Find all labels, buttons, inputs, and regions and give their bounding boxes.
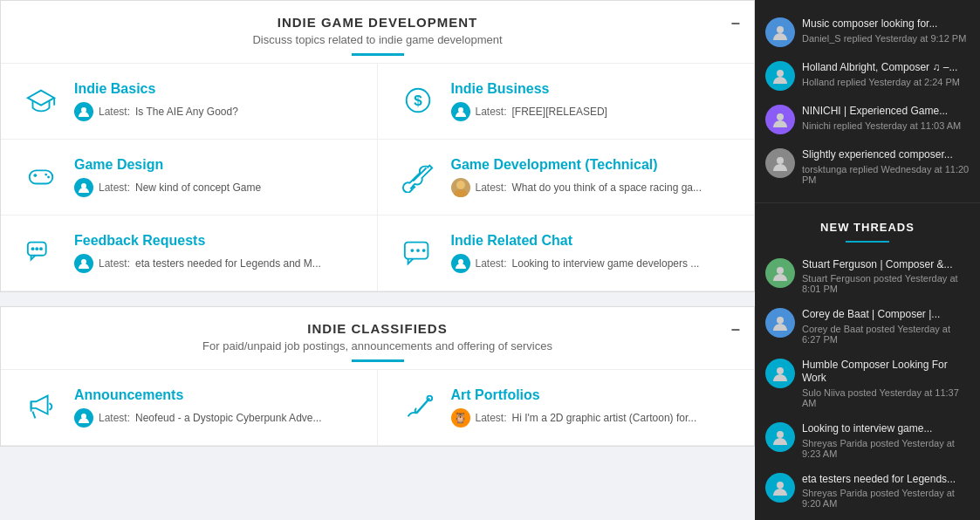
forum-item-indie-business[interactable]: $ Indie Business Latest: [FREE][RELEASED… bbox=[378, 64, 755, 140]
forum-name-game-development-technical: Game Development (Technical) bbox=[451, 157, 734, 173]
section-title-underline bbox=[352, 53, 404, 56]
new-thread-avatar bbox=[765, 422, 795, 452]
svg-point-30 bbox=[777, 317, 784, 324]
recent-activity-item[interactable]: Music composer looking for... Daniel_S r… bbox=[755, 10, 980, 54]
forum-grid-indie-classifieds: Announcements Latest: Neofeud - a Dystop… bbox=[1, 370, 754, 446]
collapse-indie-classifieds[interactable]: − bbox=[730, 321, 740, 339]
collapse-indie-game-development[interactable]: − bbox=[730, 15, 740, 33]
new-threads-underline bbox=[846, 241, 889, 243]
latest-link-game-design[interactable]: New kind of concept Game bbox=[135, 181, 261, 194]
dollar-sign-icon: $ bbox=[399, 81, 437, 120]
forum-latest-game-development-technical: Latest: What do you think of a space rac… bbox=[451, 178, 734, 197]
forum-latest-art-portfolios: 🦉 Latest: Hi I'm a 2D graphic artist (Ca… bbox=[451, 408, 734, 428]
forum-item-indie-basics[interactable]: Indie Basics Latest: Is The AIE Any Good… bbox=[1, 64, 378, 140]
forum-latest-feedback-requests: Latest: eta testers needed for Legends a… bbox=[74, 254, 356, 273]
section-header-indie-classifieds: INDIE CLASSIFIEDS For paid/unpaid job po… bbox=[1, 307, 754, 370]
recent-item-avatar bbox=[765, 105, 795, 134]
latest-link-indie-business[interactable]: [FREE][RELEASED] bbox=[512, 106, 607, 118]
forum-item-indie-related-chat[interactable]: Indie Related Chat Latest: Looking to in… bbox=[378, 216, 755, 291]
avatar-game-development-technical bbox=[451, 178, 470, 197]
new-thread-item[interactable]: eta testers needed for Legends... Shreya… bbox=[755, 466, 980, 517]
forum-name-indie-basics: Indie Basics bbox=[74, 81, 356, 97]
new-thread-text: Stuart Ferguson | Composer &... Stuart F… bbox=[802, 258, 970, 295]
forum-name-art-portfolios: Art Portfolios bbox=[451, 387, 734, 403]
avatar-indie-business bbox=[451, 102, 470, 121]
forum-item-announcements[interactable]: Announcements Latest: Neofeud - a Dystop… bbox=[1, 370, 378, 446]
new-thread-meta: Shreyas Parida posted Yesterday at 9:20 … bbox=[802, 488, 970, 509]
svg-point-31 bbox=[777, 367, 784, 374]
avatar-game-design bbox=[74, 178, 93, 197]
svg-point-28 bbox=[777, 157, 784, 164]
svg-point-25 bbox=[777, 26, 784, 33]
latest-link-game-development-technical[interactable]: What do you think of a space racing ga..… bbox=[512, 181, 702, 194]
svg-point-14 bbox=[35, 247, 38, 250]
recent-activity-item[interactable]: NINICHI | Experienced Game... Ninichi re… bbox=[755, 98, 980, 141]
latest-label-game-design: Latest: bbox=[99, 181, 130, 194]
forum-item-feedback-requests[interactable]: Feedback Requests Latest: eta testers ne… bbox=[1, 216, 378, 291]
section-title-indie-classifieds: INDIE CLASSIFIEDS bbox=[18, 321, 737, 336]
forum-latest-indie-business: Latest: [FREE][RELEASED] bbox=[451, 102, 734, 121]
forum-item-art-portfolios[interactable]: Art Portfolios 🦉 Latest: Hi I'm a 2D gra… bbox=[378, 370, 755, 446]
forum-item-game-development-technical[interactable]: Game Development (Technical) Latest: Wha… bbox=[378, 140, 755, 216]
svg-point-13 bbox=[31, 247, 35, 250]
new-thread-item[interactable]: Looking to interview game... Shreyas Par… bbox=[755, 415, 980, 466]
latest-link-indie-basics[interactable]: Is The AIE Any Good? bbox=[135, 106, 238, 118]
forum-latest-announcements: Latest: Neofeud - a Dystopic Cyberpunk A… bbox=[74, 408, 356, 428]
svg-point-8 bbox=[45, 174, 47, 176]
forum-info-indie-related-chat: Indie Related Chat Latest: Looking to in… bbox=[451, 233, 734, 273]
recent-item-text: NINICHI | Experienced Game... Ninichi re… bbox=[802, 105, 970, 131]
section-subtitle-indie-classifieds: For paid/unpaid job postings, announceme… bbox=[18, 339, 737, 352]
recent-activity-item[interactable]: Holland Albright, Composer ♫ –... Hollan… bbox=[755, 54, 980, 98]
avatar-indie-related-chat bbox=[451, 254, 470, 273]
megaphone-icon bbox=[22, 387, 60, 426]
new-threads-list: Stuart Ferguson | Composer &... Stuart F… bbox=[755, 251, 980, 517]
recent-activity-item[interactable]: Slightly experienced composer... torsktu… bbox=[755, 141, 980, 192]
new-thread-avatar bbox=[765, 359, 795, 388]
forum-info-indie-business: Indie Business Latest: [FREE][RELEASED] bbox=[451, 81, 734, 121]
recent-item-avatar bbox=[765, 17, 795, 47]
latest-link-feedback-requests[interactable]: eta testers needed for Legends and M... bbox=[135, 257, 321, 270]
new-thread-title: Looking to interview game... bbox=[802, 422, 970, 436]
forum-info-art-portfolios: Art Portfolios 🦉 Latest: Hi I'm a 2D gra… bbox=[451, 387, 734, 428]
forum-name-announcements: Announcements bbox=[74, 387, 356, 403]
recent-activity-list: Music composer looking for... Daniel_S r… bbox=[755, 10, 980, 192]
new-thread-item[interactable]: Humble Composer Looking For Work Sulo Ni… bbox=[755, 352, 980, 415]
recent-item-meta: Daniel_S replied Yesterday at 9:12 PM bbox=[802, 33, 970, 44]
recent-item-meta: Holland replied Yesterday at 2:24 PM bbox=[802, 77, 970, 87]
recent-item-meta: torsktunga replied Wednesday at 11:20 PM bbox=[802, 164, 970, 185]
recent-activity-section: Music composer looking for... Daniel_S r… bbox=[755, 0, 980, 203]
forum-item-game-design[interactable]: Game Design Latest: New kind of concept … bbox=[1, 140, 378, 216]
latest-link-indie-related-chat[interactable]: Looking to interview game developers ... bbox=[512, 257, 700, 270]
section-subtitle-indie-game-development: Discuss topics related to indie game dev… bbox=[18, 33, 737, 46]
section-header-indie-game-development: INDIE GAME DEVELOPMENT Discuss topics re… bbox=[1, 1, 754, 64]
recent-item-text: Slightly experienced composer... torsktu… bbox=[802, 148, 970, 185]
new-thread-avatar bbox=[765, 473, 795, 503]
svg-point-15 bbox=[39, 247, 43, 250]
right-sidebar: Music composer looking for... Daniel_S r… bbox=[755, 0, 980, 520]
recent-item-title: Music composer looking for... bbox=[802, 17, 970, 31]
forum-latest-indie-basics: Latest: Is The AIE Any Good? bbox=[74, 102, 356, 121]
svg-point-19 bbox=[416, 249, 420, 252]
recent-item-title: NINICHI | Experienced Game... bbox=[802, 105, 970, 119]
latest-link-announcements[interactable]: Neofeud - a Dystopic Cyberpunk Adve... bbox=[135, 412, 321, 424]
new-thread-meta: Shreyas Parida posted Yesterday at 9:23 … bbox=[802, 438, 970, 459]
svg-point-11 bbox=[456, 181, 465, 189]
forum-grid-indie-game-development: Indie Basics Latest: Is The AIE Any Good… bbox=[1, 64, 754, 291]
section-indie-classifieds: INDIE CLASSIFIEDS For paid/unpaid job po… bbox=[0, 306, 755, 447]
recent-item-avatar bbox=[765, 61, 795, 91]
avatar-indie-basics bbox=[74, 102, 93, 121]
latest-label-indie-business: Latest: bbox=[476, 106, 507, 118]
new-thread-meta: Sulo Niiva posted Yesterday at 11:37 AM bbox=[802, 387, 970, 408]
section-classifieds-underline bbox=[352, 359, 404, 362]
recent-item-title: Slightly experienced composer... bbox=[802, 148, 970, 162]
wrench-icon bbox=[399, 157, 437, 195]
svg-point-27 bbox=[777, 113, 784, 120]
latest-link-art-portfolios[interactable]: Hi I'm a 2D graphic artist (Cartoon) for… bbox=[512, 412, 697, 424]
new-thread-item[interactable]: Stuart Ferguson | Composer &... Stuart F… bbox=[755, 251, 980, 302]
graduation-cap-icon bbox=[22, 81, 60, 120]
section-indie-game-development: INDIE GAME DEVELOPMENT Discuss topics re… bbox=[0, 0, 755, 292]
latest-label-art-portfolios: Latest: bbox=[476, 412, 507, 424]
new-thread-item[interactable]: Corey de Baat | Composer |... Corey de B… bbox=[755, 301, 980, 352]
section-title-indie-game-development: INDIE GAME DEVELOPMENT bbox=[18, 15, 737, 30]
recent-item-avatar bbox=[765, 148, 795, 178]
